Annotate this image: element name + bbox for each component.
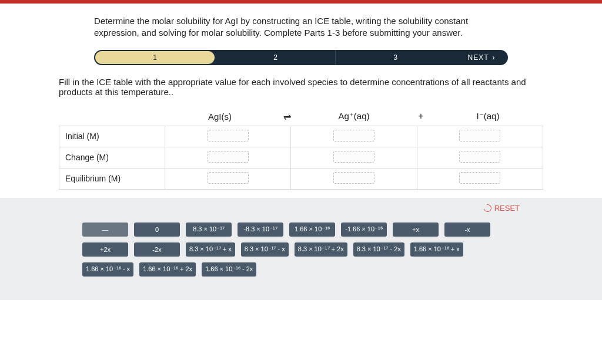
answer-tile[interactable]: -1.66 × 10⁻¹⁶: [341, 223, 387, 237]
table-row: Equilibrium (M): [59, 168, 543, 189]
drop-slot[interactable]: [459, 172, 500, 184]
table-row: Initial (M): [59, 126, 543, 147]
drop-slot[interactable]: [459, 130, 500, 141]
species-i-minus: I⁻(aq): [433, 111, 543, 122]
answer-tile[interactable]: +2x: [82, 242, 128, 257]
answer-tile[interactable]: —: [82, 223, 128, 237]
answer-tile[interactable]: 1.66 × 10⁻¹⁶ + x: [410, 242, 463, 257]
step-1[interactable]: 1: [95, 51, 215, 64]
answer-tile[interactable]: 8.3 × 10⁻¹⁷ + 2x: [295, 242, 347, 257]
step-2[interactable]: 2: [216, 53, 335, 62]
drop-slot[interactable]: [208, 151, 249, 163]
ice-table: Initial (M) Change (M) Equilibrium (M): [59, 126, 543, 190]
answer-tile[interactable]: 1.66 × 10⁻¹⁶ - 2x: [202, 262, 256, 277]
drop-slot[interactable]: [333, 172, 374, 184]
answer-tile[interactable]: 1.66 × 10⁻¹⁶ + 2x: [139, 262, 196, 277]
equilibrium-arrow-icon: ⇌: [275, 111, 299, 122]
row-label-equil: Equilibrium (M): [59, 168, 165, 189]
answer-tile[interactable]: -2x: [134, 242, 180, 257]
row-label-initial: Initial (M): [59, 126, 165, 147]
drop-slot[interactable]: [333, 151, 374, 163]
table-row: Change (M): [59, 147, 543, 168]
answer-tile[interactable]: 8.3 × 10⁻¹⁷: [186, 223, 232, 237]
answer-tile[interactable]: -8.3 × 10⁻¹⁷: [238, 223, 283, 237]
plus-sign: +: [409, 111, 433, 122]
tile-bank: —08.3 × 10⁻¹⁷-8.3 × 10⁻¹⁷1.66 × 10⁻¹⁶-1.…: [0, 206, 602, 277]
answer-tile[interactable]: +x: [393, 223, 439, 237]
row-label-change: Change (M): [59, 147, 165, 168]
answer-tile[interactable]: 8.3 × 10⁻¹⁷ - x: [241, 242, 289, 257]
question-text: Determine the molar solubility for AgI b…: [94, 15, 508, 39]
drop-slot[interactable]: [333, 130, 374, 141]
reset-icon: [482, 203, 493, 213]
next-button[interactable]: NEXT ›: [455, 53, 508, 62]
step-progress: 1 2 3 NEXT ›: [94, 50, 508, 65]
drop-slot[interactable]: [459, 151, 500, 163]
drop-slot[interactable]: [208, 172, 249, 184]
answer-tile[interactable]: 8.3 × 10⁻¹⁷ - 2x: [353, 242, 404, 257]
instruction-text: Fill in the ICE table with the appropria…: [59, 77, 543, 105]
species-agi: AgI(s): [165, 112, 275, 122]
answer-tile[interactable]: 1.66 × 10⁻¹⁶: [289, 223, 335, 237]
equation-header: AgI(s) ⇌ Ag⁺(aq) + I⁻(aq): [59, 105, 543, 126]
answer-tile[interactable]: 8.3 × 10⁻¹⁷ + x: [186, 242, 235, 257]
next-label: NEXT: [467, 53, 489, 62]
tile-bank-area: RESET —08.3 × 10⁻¹⁷-8.3 × 10⁻¹⁷1.66 × 10…: [0, 198, 602, 300]
answer-tile[interactable]: 0: [134, 223, 180, 237]
answer-tile[interactable]: -x: [444, 223, 490, 237]
species-ag-plus: Ag⁺(aq): [299, 111, 409, 122]
drop-slot[interactable]: [208, 130, 249, 141]
answer-tile[interactable]: 1.66 × 10⁻¹⁶ - x: [82, 262, 133, 277]
reset-button[interactable]: RESET: [484, 204, 520, 213]
chevron-right-icon: ›: [493, 53, 496, 62]
step-3[interactable]: 3: [336, 53, 455, 62]
reset-label: RESET: [494, 204, 520, 213]
